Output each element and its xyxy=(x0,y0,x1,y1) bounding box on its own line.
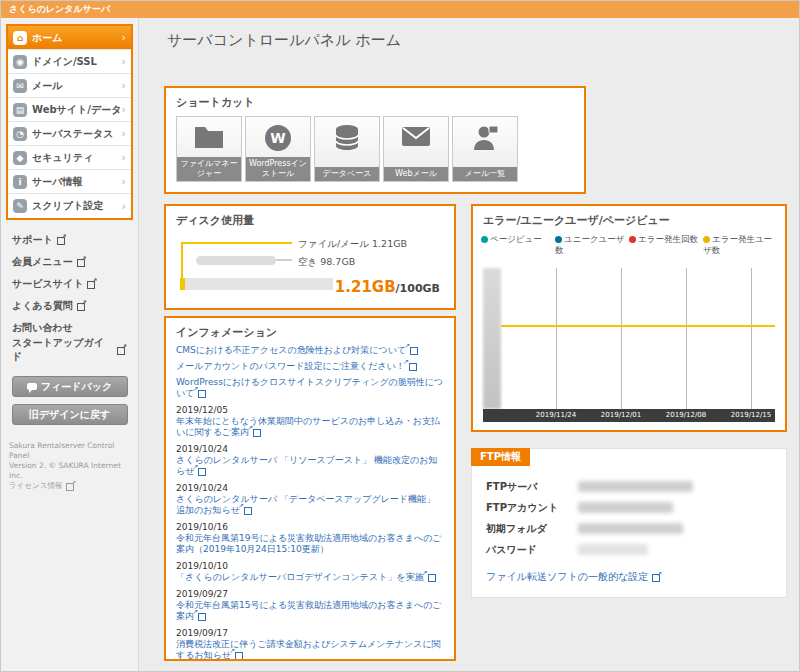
sidebar-item-server-info[interactable]: i サーバ情報 › xyxy=(8,170,131,194)
ftp-value-blurred xyxy=(578,502,673,513)
legend-label: エラー発生回数 xyxy=(638,234,698,244)
page-title: サーバコントロールパネル ホーム xyxy=(167,31,401,50)
x-tick-label: 2019/12/08 xyxy=(666,409,706,422)
chevron-right-icon: › xyxy=(122,127,126,140)
news-link[interactable]: 「さくらのレンタルサーバロゴデザインコンテスト」を実施 xyxy=(176,572,424,582)
notice-link[interactable]: メールアカウントのパスワード設定にご注意ください！ xyxy=(176,361,405,371)
disk-usage-value: 1.21GB/100GB xyxy=(335,277,440,296)
ftp-value-blurred xyxy=(578,523,683,534)
sidebar-item-security[interactable]: ◆ セキュリティ › xyxy=(8,146,131,170)
shortcut-label: データベース xyxy=(315,167,379,181)
ftp-value-blurred xyxy=(578,544,648,555)
shortcut-label: メール一覧 xyxy=(453,167,517,181)
sidebar-item-mail[interactable]: ✉ メール › xyxy=(8,74,131,98)
sidebar-item-server-status[interactable]: ◔ サーバステータス › xyxy=(8,122,131,146)
sidebar-item-script-settings[interactable]: ✎ スクリプト設定 › xyxy=(8,194,131,218)
ftp-row-account: FTPアカウント xyxy=(472,497,786,518)
sidebar-link-startup-guide[interactable]: スタートアップガイド xyxy=(1,339,138,361)
news-link[interactable]: 令和元年台風第15号による災害救助法適用地域のお客さまへのご案内 xyxy=(176,600,442,621)
disk-free-label: 空き 98.7GB xyxy=(298,256,355,269)
sidebar-link-faq[interactable]: よくある質問 xyxy=(1,295,138,317)
information-title: インフォメーション xyxy=(166,318,454,344)
external-link-icon xyxy=(77,302,87,311)
sidebar-item-label: メール xyxy=(32,79,62,93)
x-tick-label: 2019/12/15 xyxy=(731,409,771,422)
sidebar-item-home[interactable]: ⌂ ホーム › xyxy=(8,26,131,50)
x-axis: 2019/11/24 2019/12/01 2019/12/08 2019/12… xyxy=(483,409,775,422)
sidebar-item-label: スクリプト設定 xyxy=(32,199,103,213)
shortcuts-panel: ショートカット ファイルマネージャー W WordPressインストール データ… xyxy=(164,86,586,194)
mail-list-icon xyxy=(453,124,517,156)
ftp-field-label: 初期フォルダ xyxy=(486,522,578,536)
shortcut-wordpress-install[interactable]: W WordPressインストール xyxy=(245,116,311,182)
shortcuts-row: ファイルマネージャー W WordPressインストール データベース Webメ… xyxy=(166,114,584,184)
shortcut-file-manager[interactable]: ファイルマネージャー xyxy=(176,116,242,182)
sidebar-link-service-site[interactable]: サービスサイト xyxy=(1,273,138,295)
sidebar-link-label: お問い合わせ xyxy=(12,321,73,335)
news-link[interactable]: 年末年始にともなう休業期間中のサービスのお申し込み・お支払いに関するご案内 xyxy=(176,416,440,437)
shortcut-database[interactable]: データベース xyxy=(314,116,380,182)
shortcut-label: ファイルマネージャー xyxy=(177,157,241,181)
y-axis-blurred-values xyxy=(483,268,501,409)
sidebar-item-domain-ssl[interactable]: ◉ ドメイン/SSL › xyxy=(8,50,131,74)
website-icon: ▤ xyxy=(13,103,27,117)
mail-icon: ✉ xyxy=(13,79,27,93)
external-link-icon xyxy=(66,482,76,491)
ftp-field-label: パスワード xyxy=(486,543,578,557)
license-link[interactable]: ライセンス情報 xyxy=(9,481,76,491)
news-item: さくらのレンタルサーバ 「データベースアップグレード機能」追加のお知らせ xyxy=(176,494,444,516)
sidebar-link-support[interactable]: サポート xyxy=(1,229,138,251)
news-item: 令和元年台風第15号による災害救助法適用地域のお客さまへのご案内 xyxy=(176,600,444,622)
gridline xyxy=(751,268,752,409)
sidebar-item-website-data[interactable]: ▤ Webサイト/データ › xyxy=(8,98,131,122)
script-icon: ✎ xyxy=(13,199,27,213)
chevron-right-icon: › xyxy=(122,103,126,116)
news-link[interactable]: 消費税法改正に伴うご請求金額およびシステムメンテナンスに関するお知らせ xyxy=(176,639,441,660)
feedback-button[interactable]: フィードバック xyxy=(12,376,128,397)
news-date: 2019/10/24 xyxy=(176,444,444,455)
chart-plot-area: 2019/11/24 2019/12/01 2019/12/08 2019/12… xyxy=(483,268,775,422)
gridline xyxy=(621,268,622,409)
ftp-value-blurred xyxy=(578,481,693,492)
shortcut-mail-list[interactable]: メール一覧 xyxy=(452,116,518,182)
information-panel: インフォメーション CMSにおける不正アクセスの危険性および対策について メール… xyxy=(164,316,456,661)
news-date: 2019/10/24 xyxy=(176,483,444,494)
disk-usage-chart: ファイル/メール 1.21GB 空き 98.7GB 1.21GB/100GB xyxy=(166,232,454,304)
sidebar-link-label: 会員メニュー xyxy=(12,255,73,269)
chevron-right-icon: › xyxy=(122,200,126,213)
traffic-chart-panel: エラー/ユニークユーザ/ページビュー ページビュー ユニークユーザ数 エラー発生… xyxy=(471,204,787,432)
info-icon: i xyxy=(13,175,27,189)
sidebar-link-member-menu[interactable]: 会員メニュー xyxy=(1,251,138,273)
news-item: 「さくらのレンタルサーバロゴデザインコンテスト」を実施 xyxy=(176,572,444,583)
news-link[interactable]: さくらのレンタルサーバ 「リソースブースト」 機能改定のお知らせ xyxy=(176,455,438,476)
globe-icon: ◉ xyxy=(13,55,27,69)
news-date: 2019/12/05 xyxy=(176,405,444,416)
top-bar: さくらのレンタルサーバ xyxy=(1,1,799,18)
footer-line: Sakura Rentalserver Control Panel xyxy=(9,441,130,461)
gridline xyxy=(556,268,557,409)
notice-link[interactable]: WordPressにおけるクロスサイトスクリプティングの脆弱性について xyxy=(176,377,443,398)
news-date: 2019/10/16 xyxy=(176,522,444,533)
shortcuts-title: ショートカット xyxy=(166,88,584,114)
sidebar-link-label: スタートアップガイド xyxy=(12,336,113,364)
status-icon: ◔ xyxy=(13,127,27,141)
chevron-right-icon: › xyxy=(122,31,126,44)
mail-icon xyxy=(384,124,448,152)
news-item: さくらのレンタルサーバ 「リソースブースト」 機能改定のお知らせ xyxy=(176,455,444,477)
ftp-settings-link[interactable]: ファイル転送ソフトの一般的な設定 xyxy=(486,570,662,584)
notice-link[interactable]: CMSにおける不正アクセスの危険性および対策について xyxy=(176,345,406,355)
x-tick-label: 2019/11/24 xyxy=(536,409,576,422)
ftp-row-folder: 初期フォルダ xyxy=(472,518,786,539)
old-design-button[interactable]: 旧デザインに戻す xyxy=(12,404,128,425)
legend-label: エラー発生ユーザ数 xyxy=(703,234,772,255)
ftp-field-label: FTPアカウント xyxy=(486,501,578,515)
legend-errors: エラー発生回数 xyxy=(629,234,703,255)
x-tick-label: 2019/12/01 xyxy=(601,409,641,422)
disk-total-value: /100GB xyxy=(396,282,440,295)
news-link[interactable]: 令和元年台風第19号による災害救助法適用地域のお客さまへのご案内（2019年10… xyxy=(176,533,442,554)
external-link-icon xyxy=(77,258,87,267)
shortcut-webmail[interactable]: Webメール xyxy=(383,116,449,182)
news-link[interactable]: さくらのレンタルサーバ 「データベースアップグレード機能」追加のお知らせ xyxy=(176,494,435,515)
external-link-icon xyxy=(117,346,127,355)
ftp-settings-link-label: ファイル転送ソフトの一般的な設定 xyxy=(486,570,648,584)
